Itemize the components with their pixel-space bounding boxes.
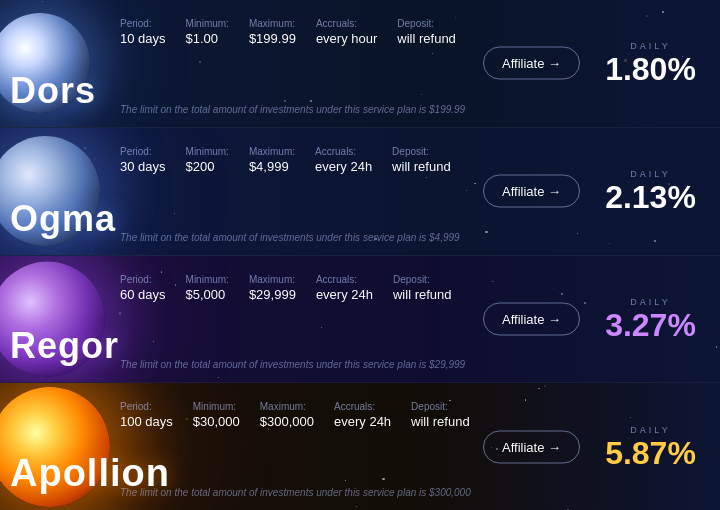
plan-name-dors: Dors — [10, 70, 96, 112]
daily-container-apollion: DAILY5.87% — [593, 425, 708, 469]
stat-value: $1.00 — [186, 31, 229, 46]
stat-label: Minimum: — [193, 401, 240, 412]
stat-label: Deposit: — [392, 146, 451, 157]
plan-stats-regor: Period:60 daysMinimum:$5,000Maximum:$29,… — [120, 274, 452, 302]
stat-label: Period: — [120, 18, 166, 29]
stat-value: $199.99 — [249, 31, 296, 46]
stat-value: every 24h — [334, 414, 391, 429]
affiliate-button-regor[interactable]: Affiliate → — [483, 302, 580, 335]
daily-label-dors: DAILY — [593, 41, 708, 51]
stat-item: Accruals:every 24h — [315, 146, 372, 174]
stat-label: Minimum: — [186, 146, 229, 157]
stat-value: every hour — [316, 31, 377, 46]
plan-card-regor: RegorPeriod:60 daysMinimum:$5,000Maximum… — [0, 256, 720, 384]
stat-label: Deposit: — [393, 274, 452, 285]
plan-card-dors: DorsPeriod:10 daysMinimum:$1.00Maximum:$… — [0, 0, 720, 128]
stat-item: Maximum:$199.99 — [249, 18, 296, 46]
plan-limit-apollion: The limit on the total amount of investm… — [120, 487, 471, 498]
stat-value: will refund — [397, 31, 456, 46]
stat-item: Accruals:every 24h — [316, 274, 373, 302]
daily-container-dors: DAILY1.80% — [593, 41, 708, 85]
stat-value: 100 days — [120, 414, 173, 429]
stat-value: every 24h — [315, 159, 372, 174]
stat-item: Minimum:$30,000 — [193, 401, 240, 429]
stat-item: Period:100 days — [120, 401, 173, 429]
daily-rate-ogma: 2.13% — [593, 181, 708, 213]
stat-item: Maximum:$29,999 — [249, 274, 296, 302]
stat-label: Accruals: — [315, 146, 372, 157]
stat-item: Deposit:will refund — [397, 18, 456, 46]
stat-value: $30,000 — [193, 414, 240, 429]
stat-value: 30 days — [120, 159, 166, 174]
daily-label-ogma: DAILY — [593, 169, 708, 179]
daily-label-regor: DAILY — [593, 297, 708, 307]
stat-label: Period: — [120, 146, 166, 157]
stat-item: Accruals:every hour — [316, 18, 377, 46]
daily-container-regor: DAILY3.27% — [593, 297, 708, 341]
plan-stats-apollion: Period:100 daysMinimum:$30,000Maximum:$3… — [120, 401, 470, 429]
stat-value: $5,000 — [186, 287, 229, 302]
stat-item: Minimum:$5,000 — [186, 274, 229, 302]
stat-value: will refund — [393, 287, 452, 302]
stat-item: Minimum:$200 — [186, 146, 229, 174]
stat-label: Period: — [120, 401, 173, 412]
stat-item: Deposit:will refund — [392, 146, 451, 174]
stat-label: Deposit: — [397, 18, 456, 29]
stat-label: Minimum: — [186, 274, 229, 285]
daily-rate-apollion: 5.87% — [593, 437, 708, 469]
stat-label: Maximum: — [249, 146, 295, 157]
stat-label: Accruals: — [316, 18, 377, 29]
stat-item: Maximum:$4,999 — [249, 146, 295, 174]
stat-item: Accruals:every 24h — [334, 401, 391, 429]
plan-limit-dors: The limit on the total amount of investm… — [120, 104, 465, 115]
stat-item: Period:60 days — [120, 274, 166, 302]
stat-item: Maximum:$300,000 — [260, 401, 314, 429]
stat-value: 10 days — [120, 31, 166, 46]
daily-container-ogma: DAILY2.13% — [593, 169, 708, 213]
affiliate-button-dors[interactable]: Affiliate → — [483, 47, 580, 80]
stat-label: Deposit: — [411, 401, 470, 412]
stat-item: Period:10 days — [120, 18, 166, 46]
stat-value: $4,999 — [249, 159, 295, 174]
plan-card-ogma: OgmaPeriod:30 daysMinimum:$200Maximum:$4… — [0, 128, 720, 256]
plan-card-apollion: ApollionPeriod:100 daysMinimum:$30,000Ma… — [0, 383, 720, 510]
stat-label: Minimum: — [186, 18, 229, 29]
daily-rate-regor: 3.27% — [593, 309, 708, 341]
stat-label: Period: — [120, 274, 166, 285]
stat-item: Period:30 days — [120, 146, 166, 174]
daily-label-apollion: DAILY — [593, 425, 708, 435]
stat-item: Deposit:will refund — [411, 401, 470, 429]
stat-value: will refund — [411, 414, 470, 429]
stat-label: Maximum: — [249, 18, 296, 29]
plan-limit-regor: The limit on the total amount of investm… — [120, 359, 465, 370]
plans-container: DorsPeriod:10 daysMinimum:$1.00Maximum:$… — [0, 0, 720, 510]
plan-name-ogma: Ogma — [10, 198, 116, 240]
stat-label: Maximum: — [260, 401, 314, 412]
stat-value: will refund — [392, 159, 451, 174]
stat-value: $300,000 — [260, 414, 314, 429]
plan-name-regor: Regor — [10, 325, 119, 367]
plan-name-apollion: Apollion — [10, 452, 170, 495]
plan-limit-ogma: The limit on the total amount of investm… — [120, 232, 460, 243]
stat-label: Accruals: — [334, 401, 391, 412]
stat-value: 60 days — [120, 287, 166, 302]
plan-stats-ogma: Period:30 daysMinimum:$200Maximum:$4,999… — [120, 146, 451, 174]
stat-value: every 24h — [316, 287, 373, 302]
stat-label: Accruals: — [316, 274, 373, 285]
daily-rate-dors: 1.80% — [593, 53, 708, 85]
stat-label: Maximum: — [249, 274, 296, 285]
stat-item: Minimum:$1.00 — [186, 18, 229, 46]
stat-value: $200 — [186, 159, 229, 174]
affiliate-button-ogma[interactable]: Affiliate → — [483, 175, 580, 208]
stat-item: Deposit:will refund — [393, 274, 452, 302]
affiliate-button-apollion[interactable]: Affiliate → — [483, 430, 580, 463]
plan-stats-dors: Period:10 daysMinimum:$1.00Maximum:$199.… — [120, 18, 456, 46]
stat-value: $29,999 — [249, 287, 296, 302]
